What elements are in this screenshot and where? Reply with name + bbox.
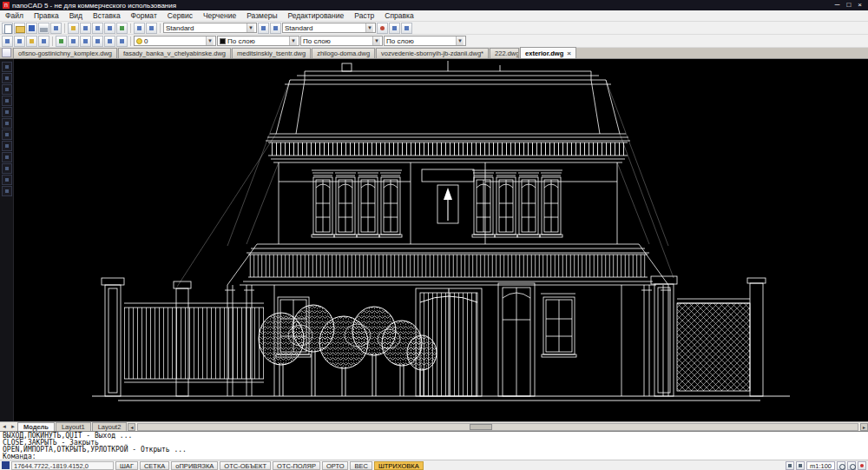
redo-icon[interactable] <box>146 23 157 34</box>
zoom-window-icon[interactable] <box>270 23 281 34</box>
mode-lineweight-button[interactable]: ВЕС <box>350 461 372 470</box>
style-combobox[interactable]: Standard ▼ <box>282 23 376 33</box>
notification-icon[interactable] <box>858 461 866 470</box>
tab-layout2[interactable]: Layout2 <box>92 422 128 431</box>
draw-order-icon[interactable] <box>104 36 115 47</box>
mode-otrack-button[interactable]: ОТС-ОБЪЕКТ <box>220 461 271 470</box>
redraw-icon[interactable] <box>401 23 412 34</box>
menu-service[interactable]: Сервис <box>162 10 198 21</box>
drawing-canvas[interactable] <box>14 59 868 421</box>
mode-osnap-button[interactable]: оПРИВЯЗКА <box>171 461 218 470</box>
make-layer-current-icon[interactable] <box>26 36 37 47</box>
horizontal-scrollbar[interactable] <box>137 423 858 431</box>
workspace-combobox[interactable]: Standard ▼ <box>163 23 257 33</box>
doc-tab[interactable]: fasady_banka_v_chelyabinske.dwg <box>118 48 231 58</box>
arc-tool-icon[interactable] <box>2 107 12 117</box>
chevron-down-icon[interactable]: ▼ <box>206 36 214 45</box>
zoom-in-icon[interactable] <box>847 461 856 470</box>
layout-nav-right-icon[interactable]: ► <box>9 424 17 429</box>
scroll-right-icon[interactable]: ► <box>860 423 868 431</box>
layers-icon[interactable] <box>2 36 13 47</box>
chevron-down-icon[interactable]: ▼ <box>456 36 464 45</box>
doc-tab[interactable]: vozvedenie-sbornyih-jb-zdanii.dwg* <box>376 48 489 58</box>
erase-tool-icon[interactable] <box>2 186 12 196</box>
menu-insert[interactable]: Вставка <box>88 10 126 21</box>
tab-model[interactable]: Модель <box>17 422 55 431</box>
menu-draw[interactable]: Черчение <box>198 10 241 21</box>
menu-modify[interactable]: Редактирование <box>283 10 350 21</box>
scrollbar-thumb[interactable] <box>470 424 492 430</box>
menu-view[interactable]: Вид <box>64 10 88 21</box>
lineweight-combobox[interactable]: По слою ▼ <box>384 36 466 46</box>
pan-icon[interactable] <box>258 23 269 34</box>
doc-tab[interactable]: zhilogo-doma.dwg <box>312 48 375 58</box>
chevron-down-icon[interactable]: ▼ <box>289 36 297 45</box>
chevron-down-icon[interactable]: ▼ <box>247 23 254 32</box>
scale-display[interactable]: m1:100 <box>806 461 835 470</box>
close-tab-icon[interactable]: × <box>567 50 571 57</box>
mode-polar-button[interactable]: ОТС-ПОЛЯР <box>273 461 320 470</box>
menu-dimensions[interactable]: Размеры <box>241 10 282 21</box>
chevron-down-icon[interactable]: ▼ <box>372 36 380 45</box>
move-tool-icon[interactable] <box>2 175 12 185</box>
explode-icon[interactable] <box>80 36 91 47</box>
mode-grid-button[interactable]: СЕТКА <box>140 461 169 470</box>
group-icon[interactable] <box>92 36 103 47</box>
scroll-left-icon[interactable]: ◄ <box>128 423 135 431</box>
layer-states-icon[interactable] <box>14 36 25 47</box>
tab-layout1[interactable]: Layout1 <box>56 422 91 431</box>
lock-icon[interactable] <box>786 461 794 470</box>
layer-combobox[interactable]: 0 ▼ <box>134 36 216 46</box>
menu-file[interactable]: Файл <box>0 10 29 21</box>
hatch-tool-icon[interactable] <box>2 152 12 162</box>
preview-icon[interactable] <box>50 23 62 34</box>
rectangle-tool-icon[interactable] <box>2 118 12 129</box>
menu-help[interactable]: Справка <box>379 10 418 21</box>
polyline-tool-icon[interactable] <box>2 84 12 95</box>
properties-icon[interactable] <box>116 23 128 34</box>
new-file-icon[interactable] <box>2 23 13 34</box>
command-console[interactable]: ВЫХОД,ПОКИНУТЬ,QUIT - Выход ... CLOSE,ЗА… <box>0 431 868 460</box>
line-tool-icon[interactable] <box>2 73 12 83</box>
menu-edit[interactable]: Правка <box>29 10 64 21</box>
spline-tool-icon[interactable] <box>2 129 12 140</box>
entity-props-icon[interactable] <box>56 36 67 47</box>
layer-off-icon[interactable] <box>38 36 49 47</box>
dimension-tool-icon[interactable] <box>2 163 12 174</box>
select-tool-icon[interactable] <box>2 62 12 72</box>
circle-tool-icon[interactable] <box>2 96 12 106</box>
doc-tab[interactable]: meditsinskiy_tsentr.dwg <box>232 48 311 58</box>
doc-tab-active[interactable]: exterior.dwg × <box>520 47 576 58</box>
close-button[interactable]: × <box>858 1 862 10</box>
text-tool-icon[interactable] <box>2 141 12 151</box>
mode-ortho-button[interactable]: ОРТО <box>322 461 349 470</box>
layout-tab-bar: ◄ ► Модель Layout1 Layout2 ◄ ► <box>0 421 868 431</box>
linetype-combobox[interactable]: По слою ▼ <box>300 36 383 46</box>
layout-nav-left-icon[interactable]: ◄ <box>0 424 9 429</box>
undo-icon[interactable] <box>134 23 145 34</box>
osnap-settings-icon[interactable] <box>116 36 128 47</box>
mode-hatch-button[interactable]: ШТРИХОВКА <box>374 461 424 470</box>
paste-icon[interactable] <box>104 23 115 34</box>
doc-tab[interactable]: 222.dwg <box>490 48 519 58</box>
coords-mode-icon[interactable] <box>2 461 10 469</box>
copy-icon[interactable] <box>92 23 103 34</box>
record-icon[interactable] <box>377 23 388 34</box>
print-icon[interactable] <box>38 23 49 34</box>
open-file-icon[interactable] <box>14 23 25 34</box>
cut-icon[interactable] <box>80 23 91 34</box>
zoom-out-icon[interactable] <box>837 461 845 470</box>
color-combobox[interactable]: По слою ▼ <box>217 36 299 46</box>
match-props-icon[interactable] <box>68 36 79 47</box>
minimize-button[interactable]: ─ <box>835 1 840 10</box>
regen-icon[interactable] <box>389 23 400 34</box>
maximize-button[interactable]: □ <box>846 1 851 10</box>
find-icon[interactable] <box>68 23 79 34</box>
save-icon[interactable] <box>26 23 37 34</box>
chevron-down-icon[interactable]: ▼ <box>365 23 373 32</box>
menu-raster[interactable]: Растр <box>349 10 379 21</box>
grid-display-icon[interactable] <box>796 461 805 470</box>
doc-tab[interactable]: ofisno-gostinichny_komplex.dwg <box>13 48 117 58</box>
mode-snap-button[interactable]: ШАГ <box>115 461 138 470</box>
menu-format[interactable]: Формат <box>126 10 162 21</box>
